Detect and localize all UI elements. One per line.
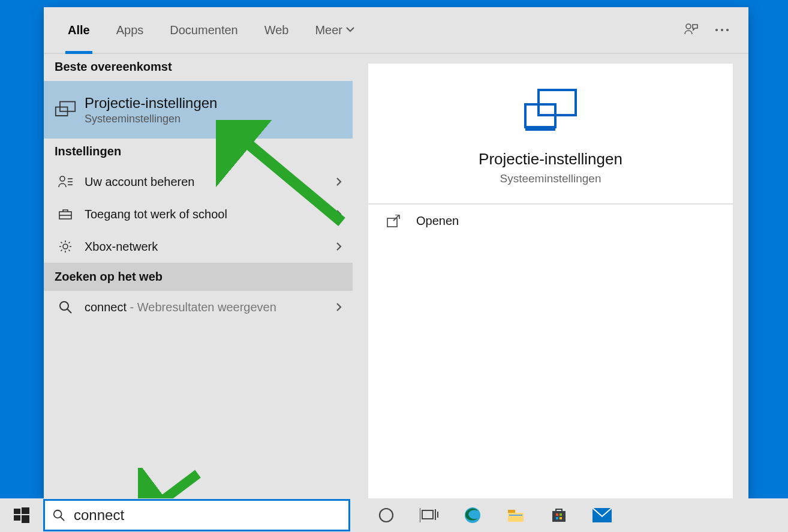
results-column: Beste overeenkomst Projectie-instellinge… [44,54,353,498]
svg-rect-35 [509,515,522,516]
svg-rect-36 [552,511,566,522]
svg-rect-40 [560,517,562,519]
section-web-search: Zoeken op het web [44,263,353,291]
tab-all[interactable]: Alle [55,7,103,53]
tab-more[interactable]: Meer [302,7,368,53]
svg-point-1 [715,29,718,31]
section-settings: Instellingen [44,139,353,166]
svg-line-27 [61,517,64,521]
chevron-right-icon [336,209,342,219]
gear-icon [55,239,76,254]
svg-rect-24 [14,515,20,521]
web-term: connect [85,300,127,314]
result-account-settings[interactable]: Uw account beheren [44,166,353,198]
cortana-icon[interactable] [365,498,408,532]
svg-point-7 [60,176,65,181]
svg-rect-22 [14,509,20,514]
svg-line-15 [67,309,71,313]
result-title: connect - Webresultaten weergeven [85,300,336,314]
chevron-down-icon [346,27,354,33]
display-icon [521,86,581,134]
web-suffix: - Webresultaten weergeven [127,300,276,314]
tab-apps[interactable]: Apps [103,7,157,53]
result-xbox-network[interactable]: Xbox-netwerk [44,230,353,263]
svg-point-14 [60,302,68,310]
result-title: Xbox-netwerk [85,240,336,254]
svg-rect-29 [422,510,433,519]
file-explorer-icon[interactable] [494,498,537,532]
svg-rect-39 [556,517,558,519]
account-icon [55,175,76,188]
result-title: Toegang tot werk of school [85,208,336,221]
tab-more-label: Meer [315,23,342,37]
feedback-icon[interactable] [675,14,706,46]
preview-card: Projectie-instellingen Systeeminstelling… [368,64,733,498]
svg-point-2 [721,29,723,31]
svg-rect-34 [508,510,515,513]
section-best-match: Beste overeenkomst [44,54,353,81]
tab-documents[interactable]: Documenten [157,7,251,53]
result-title: Uw account beheren [85,175,336,189]
svg-rect-25 [22,515,29,523]
edge-icon[interactable] [451,498,494,532]
search-body: Beste overeenkomst Projectie-instellinge… [44,54,748,498]
action-label: Openen [416,214,459,228]
preview-column: Projectie-instellingen Systeeminstelling… [353,54,748,498]
search-input[interactable] [74,507,341,524]
display-icon [55,100,76,120]
search-filter-tabs: Alle Apps Documenten Web Meer [44,7,748,54]
result-web-search[interactable]: connect - Webresultaten weergeven [44,291,353,323]
briefcase-icon [55,208,76,220]
taskbar [0,498,788,532]
search-icon [52,509,65,522]
taskbar-search[interactable] [43,499,350,531]
svg-point-13 [63,244,68,249]
task-view-icon[interactable] [408,498,451,532]
result-best-match[interactable]: Projectie-instellingen Systeeminstelling… [44,81,353,139]
store-icon[interactable] [537,498,581,532]
action-open[interactable]: Openen [368,205,733,238]
tab-web[interactable]: Web [251,7,302,53]
chevron-right-icon [336,302,342,312]
svg-point-28 [380,509,393,522]
svg-point-0 [686,24,691,29]
svg-rect-16 [539,90,576,115]
chevron-right-icon [336,177,342,187]
svg-rect-18 [525,127,555,131]
chevron-right-icon [336,242,342,251]
svg-point-3 [726,29,729,31]
svg-rect-23 [22,507,29,514]
open-icon [386,215,405,228]
preview-title: Projectie-instellingen [479,150,622,169]
svg-rect-37 [556,513,558,516]
more-options-icon[interactable] [706,14,738,46]
svg-rect-19 [387,218,397,227]
search-panel: Alle Apps Documenten Web Meer Be [44,7,748,498]
preview-subtitle: Systeeminstellingen [500,172,601,185]
search-icon [55,300,76,314]
result-work-school[interactable]: Toegang tot werk of school [44,198,353,230]
result-subtitle: Systeeminstellingen [85,113,342,125]
result-title: Projectie-instellingen [85,95,342,112]
start-button[interactable] [0,498,43,532]
svg-point-26 [54,510,62,518]
mail-icon[interactable] [581,498,624,532]
svg-rect-38 [560,513,562,516]
